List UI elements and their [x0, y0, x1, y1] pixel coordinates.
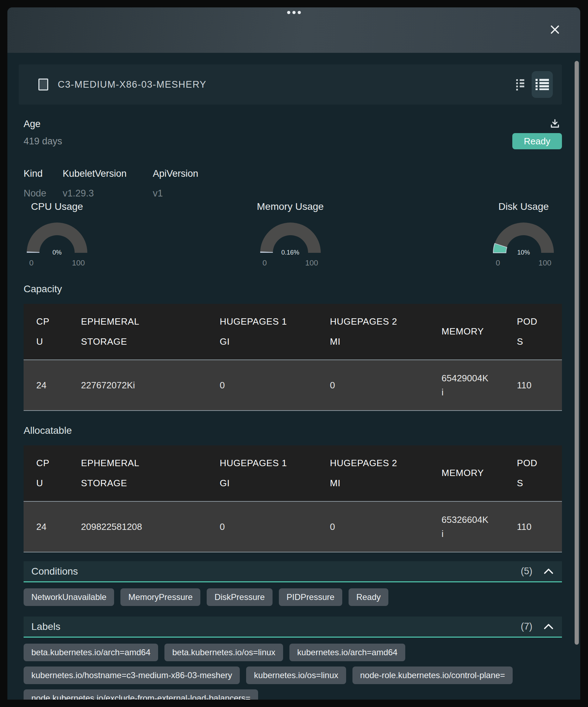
- gauge-scale: 0100: [257, 258, 324, 268]
- dialog-scrollbar: [575, 53, 579, 700]
- download-icon[interactable]: [550, 119, 560, 130]
- table-header-row: CPUEPHEMERAL STORAGEHUGEPAGES 1 GIHUGEPA…: [24, 445, 562, 501]
- gauge-min: 0: [29, 258, 33, 268]
- gauge-scale: 0100: [24, 258, 90, 268]
- cell-value: 0: [330, 520, 335, 534]
- column-header: EPHEMERAL STORAGE: [68, 453, 207, 493]
- meta-col-kubeletversion: KubeletVersionv1.29.3: [63, 168, 153, 199]
- table-cell: 110: [504, 378, 562, 392]
- meta-value: Node: [24, 188, 63, 199]
- label-chip: beta.kubernetes.io/os=linux: [164, 644, 283, 661]
- label-chip: beta.kubernetes.io/arch=amd64: [24, 644, 158, 661]
- cell-value: 0: [220, 520, 225, 534]
- gauge-arc: 10%: [490, 222, 557, 257]
- meta-col-kind: KindNode: [24, 168, 63, 199]
- table-cell: 110: [504, 520, 562, 534]
- table-header-row: CPUEPHEMERAL STORAGEHUGEPAGES 1 GIHUGEPA…: [24, 304, 562, 359]
- modal-body: C3-MEDIUM-X86-03-MESHERY: [7, 53, 580, 700]
- cell-value: 24: [36, 378, 46, 392]
- column-header: EPHEMERAL STORAGE: [68, 312, 207, 352]
- cell-value: 110: [517, 378, 531, 392]
- gauge-title: Disk Usage: [490, 201, 557, 212]
- labels-count: (7): [521, 621, 532, 632]
- condition-chip: Ready: [349, 588, 388, 606]
- drag-handle-icon[interactable]: [287, 11, 301, 14]
- cell-value: 110: [517, 520, 531, 534]
- column-header-label: CPU: [36, 312, 50, 352]
- conditions-title: Conditions: [31, 566, 78, 577]
- capacity-table: CPUEPHEMERAL STORAGEHUGEPAGES 1 GIHUGEPA…: [24, 304, 562, 411]
- table-cell: 0: [317, 378, 429, 392]
- chevron-up-icon[interactable]: [544, 624, 553, 630]
- label-chip: node.kubernetes.io/exclude-from-external…: [24, 689, 258, 700]
- cell-value: 65429004Ki: [442, 371, 490, 400]
- table-cell: 0: [317, 520, 429, 534]
- usage-gauges: CPU Usage0%0100Memory Usage0.16%0100Disk…: [24, 201, 557, 268]
- resource-title-card: C3-MEDIUM-X86-03-MESHERY: [19, 64, 562, 105]
- age-value-row: 419 days Ready: [24, 133, 562, 149]
- gauge-value: 0%: [24, 249, 90, 256]
- column-header: CPU: [24, 453, 68, 493]
- meta-label: ApiVersion: [153, 168, 198, 179]
- meta-value: v1.29.3: [63, 188, 153, 199]
- gauge-max: 100: [538, 258, 551, 268]
- detailed-view-icon[interactable]: [532, 71, 553, 98]
- allocatable-table: CPUEPHEMERAL STORAGEHUGEPAGES 1 GIHUGEPA…: [24, 445, 562, 552]
- condition-chip: MemoryPressure: [120, 588, 200, 606]
- column-header: HUGEPAGES 1 GI: [207, 453, 317, 493]
- scrollbar-thumb[interactable]: [575, 61, 579, 645]
- labels-chips: beta.kubernetes.io/arch=amd64beta.kubern…: [24, 644, 562, 700]
- condition-chip: DiskPressure: [207, 588, 273, 606]
- table-cell: 65429004Ki: [429, 371, 504, 400]
- gauge-scale: 0100: [490, 258, 557, 268]
- select-checkbox[interactable]: [38, 79, 48, 90]
- column-header: MEMORY: [429, 463, 504, 483]
- gauge-disk-usage: Disk Usage10%0100: [490, 201, 557, 268]
- label-chip: node-role.kubernetes.io/control-plane=: [352, 667, 513, 684]
- labels-title: Labels: [31, 621, 61, 632]
- gauge-value: 0.16%: [257, 249, 324, 256]
- meta-label: Kind: [24, 168, 63, 179]
- allocatable-heading: Allocatable: [24, 425, 562, 436]
- screen: C3-MEDIUM-X86-03-MESHERY: [0, 0, 588, 707]
- node-details-modal: C3-MEDIUM-X86-03-MESHERY: [7, 7, 580, 700]
- compact-view-icon[interactable]: [516, 79, 525, 90]
- chevron-up-icon[interactable]: [544, 568, 553, 574]
- cell-value: 0: [220, 378, 225, 392]
- gauge-title: Memory Usage: [257, 201, 324, 212]
- gauge-min: 0: [496, 258, 500, 268]
- column-header-label: HUGEPAGES 2 MI: [330, 453, 404, 493]
- label-chip: kubernetes.io/arch=amd64: [289, 644, 405, 661]
- cell-value: 0: [330, 378, 335, 392]
- column-header: PODS: [504, 312, 562, 352]
- close-icon[interactable]: [549, 24, 561, 36]
- cell-value: 24: [36, 520, 46, 534]
- column-header-label: MEMORY: [442, 321, 484, 342]
- conditions-accordion-header[interactable]: Conditions (5): [24, 561, 562, 582]
- gauge-min: 0: [263, 258, 267, 268]
- capacity-heading: Capacity: [24, 283, 562, 295]
- gauge-memory-usage: Memory Usage0.16%0100: [257, 201, 324, 268]
- view-toggle-group: [516, 71, 553, 98]
- column-header-label: PODS: [517, 312, 539, 352]
- table-row: 242098225812080065326604Ki110: [24, 501, 562, 552]
- table-cell: 227672072Ki: [68, 378, 207, 392]
- label-chip: kubernetes.io/os=linux: [246, 667, 346, 684]
- column-header: HUGEPAGES 2 MI: [317, 312, 429, 352]
- modal-header: [7, 7, 580, 53]
- column-header: CPU: [24, 312, 68, 352]
- gauge-arc: 0%: [24, 222, 90, 257]
- gauge-cpu-usage: CPU Usage0%0100: [24, 201, 90, 268]
- column-header: HUGEPAGES 2 MI: [317, 453, 429, 493]
- column-header-label: HUGEPAGES 1 GI: [220, 312, 294, 352]
- age-value: 419 days: [24, 136, 62, 147]
- gauge-arc: 0.16%: [257, 222, 324, 257]
- column-header-label: PODS: [517, 453, 539, 493]
- gauge-max: 100: [72, 258, 85, 268]
- table-cell: 24: [24, 520, 68, 534]
- gauge-value: 10%: [490, 249, 557, 256]
- column-header: MEMORY: [429, 321, 504, 342]
- meta-label: KubeletVersion: [63, 168, 153, 179]
- meta-col-apiversion: ApiVersionv1: [153, 168, 198, 199]
- labels-accordion-header[interactable]: Labels (7): [24, 617, 562, 638]
